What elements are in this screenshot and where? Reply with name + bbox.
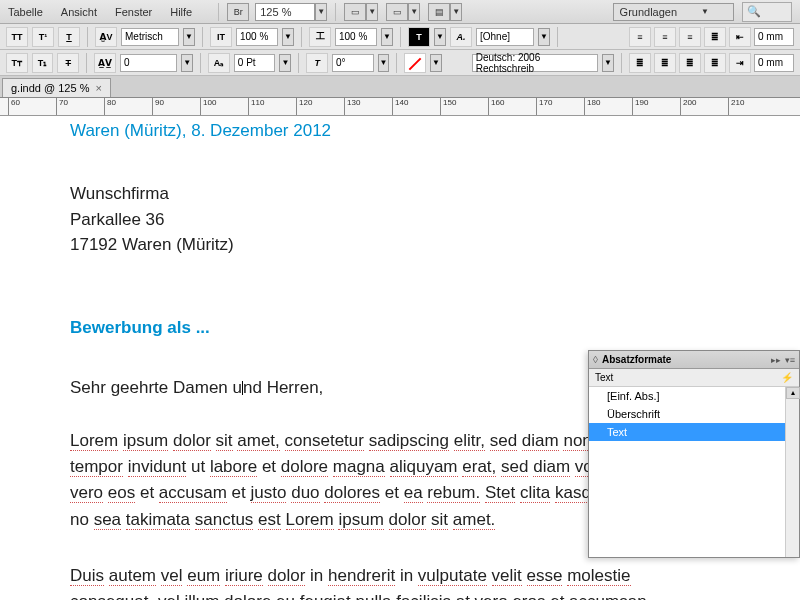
tracking-icon[interactable]: A̲V̲ bbox=[94, 53, 116, 73]
align-left-icon[interactable]: ≡ bbox=[629, 27, 651, 47]
baseline-dropdown[interactable]: ▼ bbox=[279, 54, 291, 72]
panel-header[interactable]: ◊ Absatzformate ▸▸ ▾≡ bbox=[589, 351, 799, 369]
style-item-text[interactable]: Text bbox=[589, 423, 799, 441]
justify-right-icon[interactable]: ≣ bbox=[679, 53, 701, 73]
workspace-selector[interactable]: Grundlagen▼ bbox=[613, 3, 734, 21]
language-field[interactable]: Deutsch: 2006 Rechtschreib bbox=[472, 54, 598, 72]
menu-bar: Tabelle Ansicht Fenster Hilfe Br 125 % ▼… bbox=[0, 0, 800, 24]
align-center-icon[interactable]: ≡ bbox=[654, 27, 676, 47]
kerning-icon[interactable]: A̫V bbox=[95, 27, 117, 47]
baseline-icon[interactable]: Aₐ bbox=[208, 53, 230, 73]
control-panel-row2: Tᴛ T₁ T A̲V̲ 0 ▼ Aₐ 0 Pt ▼ T 0° ▼ ▼ Deut… bbox=[0, 50, 800, 76]
skew-icon[interactable]: T bbox=[306, 53, 328, 73]
subscript-icon[interactable]: T₁ bbox=[32, 53, 54, 73]
char-style-icon[interactable]: A. bbox=[450, 27, 472, 47]
menu-ansicht[interactable]: Ansicht bbox=[61, 6, 97, 18]
tracking-field[interactable]: 0 bbox=[120, 54, 177, 72]
arrange-dropdown[interactable]: ▼ bbox=[450, 3, 462, 21]
vscale-field[interactable]: 100 % bbox=[236, 28, 278, 46]
flash-icon[interactable]: ⚡ bbox=[781, 372, 793, 383]
doc-paragraph-2[interactable]: Duis autem vel eum iriure dolor in hendr… bbox=[70, 563, 690, 600]
tracking-dropdown[interactable]: ▼ bbox=[181, 54, 193, 72]
doc-subject[interactable]: Bewerbung als ... bbox=[70, 318, 690, 338]
no-fill-dropdown[interactable]: ▼ bbox=[430, 54, 442, 72]
view-mode-2-icon[interactable]: ▭ bbox=[386, 3, 408, 21]
fill-stroke-icon[interactable]: T bbox=[408, 27, 430, 47]
menu-tabelle[interactable]: Tabelle bbox=[8, 6, 43, 18]
panel-current-style: Text ⚡ bbox=[589, 369, 799, 387]
document-tab[interactable]: g.indd @ 125 % × bbox=[2, 78, 111, 97]
menu-fenster[interactable]: Fenster bbox=[115, 6, 152, 18]
search-box[interactable]: 🔍 bbox=[742, 2, 792, 22]
document-tab-bar: g.indd @ 125 % × bbox=[0, 76, 800, 98]
fill-dropdown[interactable]: ▼ bbox=[434, 28, 446, 46]
no-fill-icon[interactable] bbox=[404, 53, 426, 73]
close-icon[interactable]: × bbox=[95, 82, 101, 94]
panel-expand-icon[interactable]: ▸▸ bbox=[771, 355, 781, 365]
superscript-icon[interactable]: T¹ bbox=[32, 27, 54, 47]
hscale-icon[interactable]: 工 bbox=[309, 27, 331, 47]
align-right-icon[interactable]: ≡ bbox=[679, 27, 701, 47]
paragraph-styles-panel[interactable]: ◊ Absatzformate ▸▸ ▾≡ Text ⚡ [Einf. Abs.… bbox=[588, 350, 800, 558]
indent-left-icon[interactable]: ⇤ bbox=[729, 27, 751, 47]
panel-scrollbar[interactable]: ▴ bbox=[785, 387, 799, 557]
bridge-button[interactable]: Br bbox=[227, 3, 249, 21]
language-dropdown[interactable]: ▼ bbox=[602, 54, 614, 72]
underline-icon[interactable]: T bbox=[58, 27, 80, 47]
tab-label: g.indd @ 125 % bbox=[11, 82, 89, 94]
doc-date[interactable]: Waren (Müritz), 8. Dezember 2012 bbox=[70, 121, 690, 141]
skew-field[interactable]: 0° bbox=[332, 54, 374, 72]
skew-dropdown[interactable]: ▼ bbox=[378, 54, 390, 72]
menu-hilfe[interactable]: Hilfe bbox=[170, 6, 192, 18]
panel-collapse-icon[interactable]: ◊ bbox=[593, 354, 598, 365]
justify-icon[interactable]: ≣ bbox=[704, 27, 726, 47]
style-list: [Einf. Abs.] Überschrift Text ▴ bbox=[589, 387, 799, 557]
char-style-dropdown[interactable]: ▼ bbox=[538, 28, 550, 46]
zoom-level[interactable]: 125 % bbox=[255, 3, 315, 21]
hscale-field[interactable]: 100 % bbox=[335, 28, 377, 46]
doc-address[interactable]: Wunschfirma Parkallee 36 17192 Waren (Mü… bbox=[70, 181, 690, 258]
style-item-heading[interactable]: Überschrift bbox=[589, 405, 799, 423]
vscale-dropdown[interactable]: ▼ bbox=[282, 28, 294, 46]
view-mode-1-dropdown[interactable]: ▼ bbox=[366, 3, 378, 21]
view-mode-2-dropdown[interactable]: ▼ bbox=[408, 3, 420, 21]
arrange-icon[interactable]: ▤ bbox=[428, 3, 450, 21]
smallcaps-icon[interactable]: Tᴛ bbox=[6, 53, 28, 73]
indent-field[interactable]: 0 mm bbox=[754, 28, 794, 46]
hscale-dropdown[interactable]: ▼ bbox=[381, 28, 393, 46]
justify-full-icon[interactable]: ≣ bbox=[704, 53, 726, 73]
panel-title: Absatzformate bbox=[602, 354, 671, 365]
view-mode-1-icon[interactable]: ▭ bbox=[344, 3, 366, 21]
justify-left-icon[interactable]: ≣ bbox=[629, 53, 651, 73]
baseline-field[interactable]: 0 Pt bbox=[234, 54, 276, 72]
scroll-up-icon[interactable]: ▴ bbox=[786, 387, 800, 399]
indent-right-icon[interactable]: ⇥ bbox=[729, 53, 751, 73]
indent-field2[interactable]: 0 mm bbox=[754, 54, 794, 72]
text-cursor bbox=[242, 381, 243, 395]
strikethrough-icon[interactable]: T bbox=[57, 53, 79, 73]
control-panel-row1: TT T¹ T A̫V Metrisch ▼ IT 100 % ▼ 工 100 … bbox=[0, 24, 800, 50]
kerning-field[interactable]: Metrisch bbox=[121, 28, 179, 46]
horizontal-ruler[interactable]: 6070809010011012013014015016017018019020… bbox=[0, 98, 800, 116]
vscale-icon[interactable]: IT bbox=[210, 27, 232, 47]
justify-center-icon[interactable]: ≣ bbox=[654, 53, 676, 73]
kerning-dropdown[interactable]: ▼ bbox=[183, 28, 195, 46]
allcaps-icon[interactable]: TT bbox=[6, 27, 28, 47]
zoom-dropdown[interactable]: ▼ bbox=[315, 3, 327, 21]
search-icon: 🔍 bbox=[747, 5, 761, 18]
style-item-default[interactable]: [Einf. Abs.] bbox=[589, 387, 799, 405]
char-style-field[interactable]: [Ohne] bbox=[476, 28, 534, 46]
panel-menu-icon[interactable]: ▾≡ bbox=[785, 355, 795, 365]
